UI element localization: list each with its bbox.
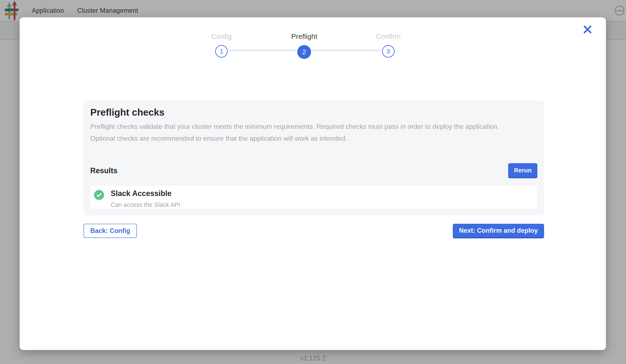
check-title: Slack Accessible — [111, 189, 180, 198]
step-circle: 2 — [297, 45, 311, 59]
next-confirm-deploy-button[interactable]: Next: Confirm and deploy — [453, 224, 544, 238]
check-circle-icon — [94, 190, 104, 200]
preflight-result-row: Slack Accessible Can access the Slack AP… — [90, 186, 537, 209]
check-text: Slack Accessible Can access the Slack AP… — [111, 189, 180, 208]
rerun-button[interactable]: Rerun — [508, 163, 537, 178]
preflight-modal: Config 1 Preflight 2 Confirm 3 Preflight… — [20, 17, 606, 350]
step-label: Preflight — [291, 32, 317, 40]
step-config[interactable]: Config 1 — [211, 32, 232, 58]
step-connector — [229, 50, 297, 51]
step-circle: 3 — [382, 45, 394, 58]
step-confirm[interactable]: Confirm 3 — [376, 32, 400, 58]
deploy-stepper: Config 1 Preflight 2 Confirm 3 — [20, 17, 606, 65]
step-label: Confirm — [376, 32, 400, 40]
results-title: Results — [90, 166, 117, 175]
back-config-button[interactable]: Back: Config — [83, 224, 137, 238]
step-connector — [312, 50, 381, 51]
step-label: Config — [211, 32, 232, 40]
step-circle: 1 — [215, 45, 228, 58]
preflight-checks-card: Preflight checks Preflight checks valida… — [83, 100, 544, 215]
results-bar: Results Rerun — [90, 163, 537, 178]
card-description: Preflight checks validate that your clus… — [90, 121, 514, 144]
step-preflight[interactable]: Preflight 2 — [291, 32, 317, 59]
check-detail: Can access the Slack API — [111, 201, 180, 208]
card-title: Preflight checks — [90, 106, 537, 118]
